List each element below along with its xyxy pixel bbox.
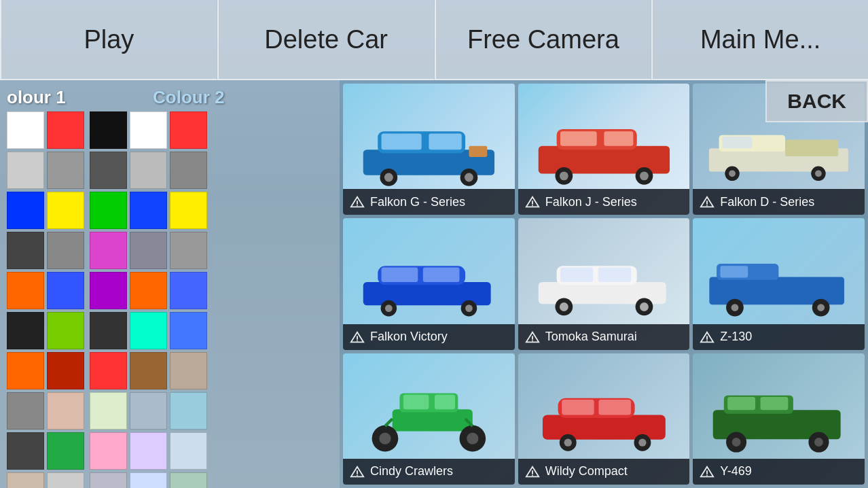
colour1-swatch-14[interactable]: [7, 392, 44, 430]
svg-rect-96: [727, 397, 755, 410]
colour2-swatch-22[interactable]: [130, 392, 167, 430]
colour2-swatch-28[interactable]: [130, 472, 167, 488]
main-menu-button[interactable]: Main Me...: [651, 0, 868, 80]
svg-rect-25: [785, 139, 838, 156]
car-item-y-469[interactable]: Y-469: [693, 353, 865, 485]
delete-car-button[interactable]: Delete Car: [217, 0, 435, 80]
colour2-grid: [90, 111, 207, 488]
svg-rect-86: [598, 400, 630, 415]
colour1-swatch-6[interactable]: [7, 232, 44, 269]
car-name-falkon-g: Falkon G - Series: [370, 195, 465, 209]
colour2-swatch-1[interactable]: [130, 111, 167, 149]
colour1-swatch-10[interactable]: [7, 312, 44, 349]
car-name-z-130: Z-130: [720, 330, 752, 344]
colour2-swatch-2[interactable]: [170, 111, 207, 149]
back-button[interactable]: BACK: [765, 80, 868, 122]
car-item-tomoka-samurai[interactable]: Tomoka Samurai: [518, 218, 690, 349]
colour1-swatch-2[interactable]: [7, 152, 44, 189]
colour2-swatch-21[interactable]: [90, 392, 127, 430]
svg-point-17: [640, 171, 649, 180]
colour2-swatch-16[interactable]: [130, 312, 167, 349]
svg-point-82: [564, 439, 571, 447]
svg-point-37: [385, 304, 393, 312]
car-label-wildy-compact: Wildy Compact: [518, 459, 690, 485]
colour1-swatch-1[interactable]: [47, 111, 84, 149]
car-item-falkon-victory[interactable]: Falkon Victory: [343, 218, 515, 349]
colour2-swatch-20[interactable]: [170, 352, 207, 389]
colour1-swatch-7[interactable]: [47, 232, 84, 269]
colour1-swatch-18[interactable]: [7, 472, 44, 488]
svg-point-27: [729, 170, 736, 177]
car-label-tomoka-samurai: Tomoka Samurai: [518, 324, 690, 350]
svg-point-11: [357, 205, 358, 207]
colour2-swatch-13[interactable]: [130, 272, 167, 309]
colour2-swatch-27[interactable]: [90, 472, 127, 488]
colour2-swatch-11[interactable]: [170, 232, 207, 269]
svg-point-59: [731, 304, 739, 311]
svg-point-71: [467, 433, 478, 445]
svg-rect-74: [403, 395, 429, 409]
colour2-swatch-17[interactable]: [170, 312, 207, 349]
car-name-y-469: Y-469: [720, 464, 751, 478]
colour1-swatch-5[interactable]: [47, 192, 84, 229]
svg-point-89: [532, 475, 533, 476]
car-label-y-469: Y-469: [693, 459, 865, 485]
colour2-swatch-8[interactable]: [170, 192, 207, 229]
svg-rect-19: [604, 131, 633, 145]
colour2-swatch-14[interactable]: [170, 272, 207, 309]
colour2-swatch-19[interactable]: [130, 352, 167, 389]
colour2-swatch-7[interactable]: [130, 192, 167, 229]
colour2-swatch-4[interactable]: [130, 152, 167, 189]
colour1-swatch-15[interactable]: [47, 392, 84, 430]
svg-rect-85: [562, 400, 594, 415]
colour1-swatch-11[interactable]: [47, 312, 84, 349]
colour2-swatch-0[interactable]: [90, 111, 127, 149]
colour2-swatch-29[interactable]: [170, 472, 207, 488]
colour2-swatch-3[interactable]: [90, 152, 127, 189]
colour2-swatch-26[interactable]: [170, 432, 207, 470]
play-button[interactable]: Play: [0, 0, 217, 80]
colour2-swatch-9[interactable]: [90, 232, 127, 269]
colour2-swatch-6[interactable]: [90, 192, 127, 229]
svg-rect-66: [393, 409, 473, 431]
colour1-swatch-9[interactable]: [47, 272, 84, 309]
colour2-swatch-10[interactable]: [130, 232, 167, 269]
svg-rect-30: [723, 136, 753, 148]
svg-line-72: [385, 419, 393, 426]
colour2-swatch-18[interactable]: [90, 352, 127, 389]
colour1-swatch-0[interactable]: [7, 111, 44, 149]
svg-rect-51: [560, 267, 593, 281]
car-item-falkon-j[interactable]: Falkon J - Series: [518, 84, 690, 215]
colour1-swatch-13[interactable]: [47, 352, 84, 389]
car-item-z-130[interactable]: Z-130: [693, 218, 865, 349]
colour2-swatch-24[interactable]: [90, 432, 127, 470]
colour2-swatch-15[interactable]: [90, 312, 127, 349]
car-game-icon: [350, 330, 365, 345]
svg-rect-40: [382, 267, 418, 281]
svg-rect-6: [382, 133, 422, 150]
free-camera-button[interactable]: Free Camera: [435, 0, 652, 80]
car-game-icon: [700, 464, 715, 479]
colour2-swatch-25[interactable]: [130, 432, 167, 470]
car-item-falkon-g[interactable]: Falkon G - Series: [343, 84, 515, 215]
car-game-icon: [525, 464, 540, 479]
svg-point-78: [357, 475, 358, 476]
colour2-swatch-12[interactable]: [90, 272, 127, 309]
svg-point-93: [732, 438, 741, 447]
colour2-swatch-5[interactable]: [170, 152, 207, 189]
colour1-swatch-3[interactable]: [47, 152, 84, 189]
svg-rect-8: [469, 145, 487, 156]
colour1-swatch-19[interactable]: [47, 472, 84, 488]
car-item-cindy-crawlers[interactable]: Cindy Crawlers: [343, 353, 515, 485]
colour1-swatch-17[interactable]: [47, 432, 84, 470]
colour1-swatch-16[interactable]: [7, 432, 44, 470]
colour1-swatch-12[interactable]: [7, 352, 44, 389]
car-item-wildy-compact[interactable]: Wildy Compact: [518, 353, 690, 485]
svg-rect-18: [560, 131, 597, 145]
colour1-swatch-8[interactable]: [7, 272, 44, 309]
car-game-icon: [525, 194, 540, 209]
colour2-swatch-23[interactable]: [170, 392, 207, 430]
svg-point-100: [706, 475, 708, 476]
colour1-swatch-4[interactable]: [7, 192, 44, 229]
colour1-grid: [7, 111, 84, 488]
